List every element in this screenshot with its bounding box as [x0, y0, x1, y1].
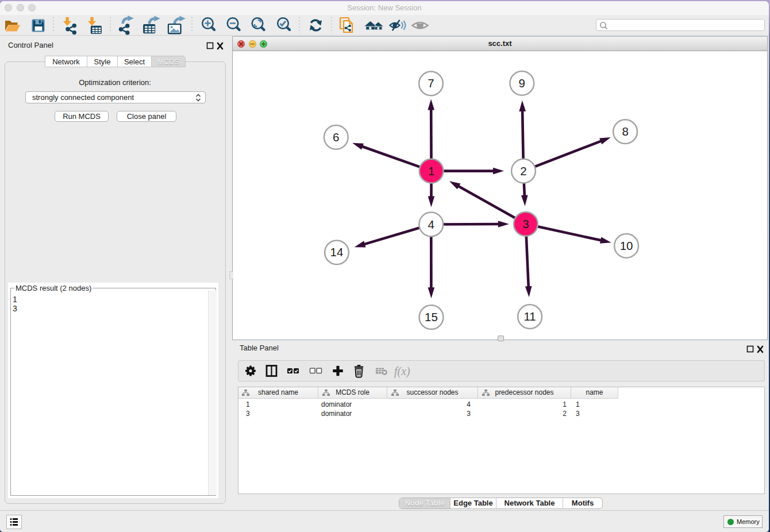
svg-text:3: 3	[522, 217, 529, 230]
svg-text:f(x): f(x)	[394, 365, 410, 378]
svg-text:8: 8	[622, 125, 628, 138]
svg-text:4: 4	[428, 218, 434, 231]
svg-text:7: 7	[428, 76, 434, 90]
svg-text:2: 2	[520, 164, 526, 178]
svg-text:14: 14	[330, 245, 344, 259]
svg-text:1: 1	[428, 164, 434, 178]
svg-text:6: 6	[333, 130, 339, 144]
svg-text:15: 15	[425, 310, 438, 323]
svg-text:11: 11	[523, 310, 536, 323]
svg-text:10: 10	[620, 239, 633, 252]
svg-text:9: 9	[519, 76, 525, 90]
